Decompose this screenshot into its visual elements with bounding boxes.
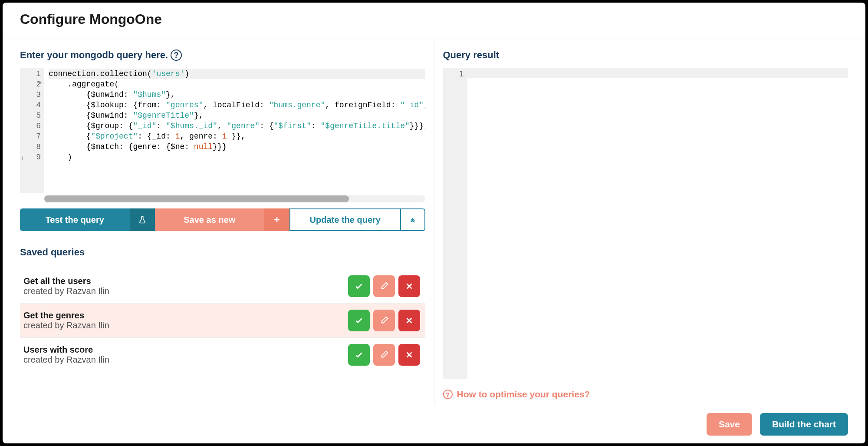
saved-query-actions: [348, 344, 420, 366]
saved-query-row[interactable]: Get the genrescreated by Razvan Ilin: [20, 304, 425, 338]
line-number: 1: [20, 69, 41, 79]
editor-gutter: 1 2 3 4 5 6 7 8 i9: [20, 68, 44, 193]
saved-query-info: Users with scorecreated by Razvan Ilin: [23, 345, 109, 365]
saved-query-info: Get all the userscreated by Razvan Ilin: [23, 276, 109, 296]
saved-query-subtitle: created by Razvan Ilin: [23, 355, 109, 365]
scrollbar-thumb[interactable]: [44, 195, 349, 202]
line-number: i9: [20, 152, 41, 162]
code-editor[interactable]: 1 2 3 4 5 6 7 8 i9 connection.collection…: [20, 68, 425, 202]
saved-queries-label: Saved queries: [20, 247, 425, 258]
saved-query-title: Get all the users: [23, 276, 109, 286]
edit-query-button[interactable]: [373, 310, 395, 331]
saved-query-row[interactable]: Get all the userscreated by Razvan Ilin: [20, 269, 425, 304]
optimise-link-text: How to optimise your queries?: [457, 389, 590, 400]
page-title: Configure MongoOne: [20, 11, 848, 27]
help-icon[interactable]: ?: [171, 50, 182, 61]
saved-query-title: Users with score: [23, 345, 109, 355]
code-content[interactable]: connection.collection('users') .aggregat…: [44, 68, 425, 193]
line-number: 6: [20, 121, 41, 131]
line-number: 5: [20, 110, 41, 121]
modal-header: Configure MongoOne: [3, 3, 865, 39]
saved-query-info: Get the genrescreated by Razvan Ilin: [23, 311, 109, 330]
modal-footer: Save Build the chart: [3, 405, 865, 443]
result-gutter: 1: [443, 68, 467, 379]
use-query-button[interactable]: [348, 310, 370, 331]
line-number: 2: [20, 79, 41, 89]
saved-query-actions: [348, 310, 420, 331]
delete-query-button[interactable]: [398, 275, 420, 297]
saved-query-subtitle: created by Razvan Ilin: [23, 286, 109, 296]
line-number: 7: [20, 131, 41, 142]
save-as-new-button[interactable]: Save as new: [155, 208, 265, 231]
line-number: 1: [443, 69, 464, 79]
chevron-up-double-icon[interactable]: [400, 208, 425, 231]
query-result-pane: Query result 1 ? How to optimise your qu…: [434, 39, 866, 405]
line-number: 8: [20, 142, 41, 152]
saved-query-row[interactable]: Users with scorecreated by Razvan Ilin: [20, 338, 425, 372]
test-query-button[interactable]: Test the query: [20, 208, 130, 231]
saved-queries-list: Get all the userscreated by Razvan IlinG…: [20, 269, 425, 372]
line-number: 3: [20, 89, 41, 100]
use-query-button[interactable]: [348, 344, 370, 366]
result-body: [467, 68, 848, 379]
saved-query-actions: [348, 275, 420, 297]
editor-label-text: Enter your mongodb query here.: [20, 50, 168, 61]
update-query-button[interactable]: Update the query: [289, 208, 400, 231]
info-icon: i: [22, 153, 23, 164]
result-section-label: Query result: [443, 50, 848, 61]
saved-query-title: Get the genres: [23, 311, 109, 320]
save-button[interactable]: Save: [707, 413, 752, 436]
help-icon: ?: [443, 390, 453, 399]
optimise-link[interactable]: ? How to optimise your queries?: [443, 389, 848, 400]
edit-query-button[interactable]: [373, 344, 395, 366]
edit-query-button[interactable]: [373, 275, 395, 297]
modal-body: Enter your mongodb query here. ? 1 2 3 4…: [3, 39, 865, 405]
query-editor-pane: Enter your mongodb query here. ? 1 2 3 4…: [3, 39, 434, 405]
result-editor[interactable]: 1: [443, 68, 848, 379]
flask-icon[interactable]: [130, 208, 155, 231]
modal-window: Configure MongoOne Enter your mongodb qu…: [3, 3, 865, 443]
build-chart-button[interactable]: Build the chart: [760, 413, 848, 436]
line-number: 4: [20, 100, 41, 110]
plus-icon[interactable]: [264, 208, 289, 231]
use-query-button[interactable]: [348, 275, 370, 297]
horizontal-scrollbar[interactable]: [44, 195, 425, 202]
saved-query-subtitle: created by Razvan Ilin: [23, 320, 109, 330]
delete-query-button[interactable]: [398, 310, 420, 331]
editor-section-label: Enter your mongodb query here. ?: [20, 50, 425, 61]
delete-query-button[interactable]: [398, 344, 420, 366]
fold-icon[interactable]: [38, 82, 42, 84]
editor-button-row: Test the query Save as new Update the qu…: [20, 208, 425, 231]
